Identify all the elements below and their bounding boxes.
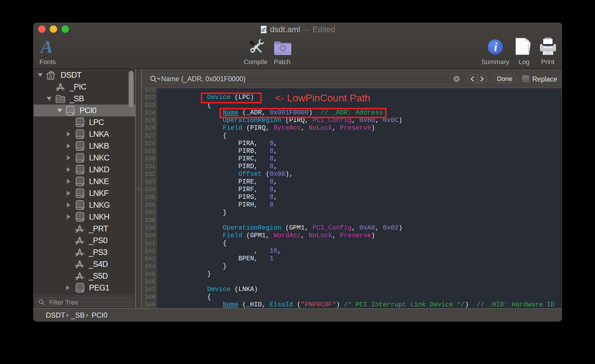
svg-text:i: i — [494, 40, 497, 54]
